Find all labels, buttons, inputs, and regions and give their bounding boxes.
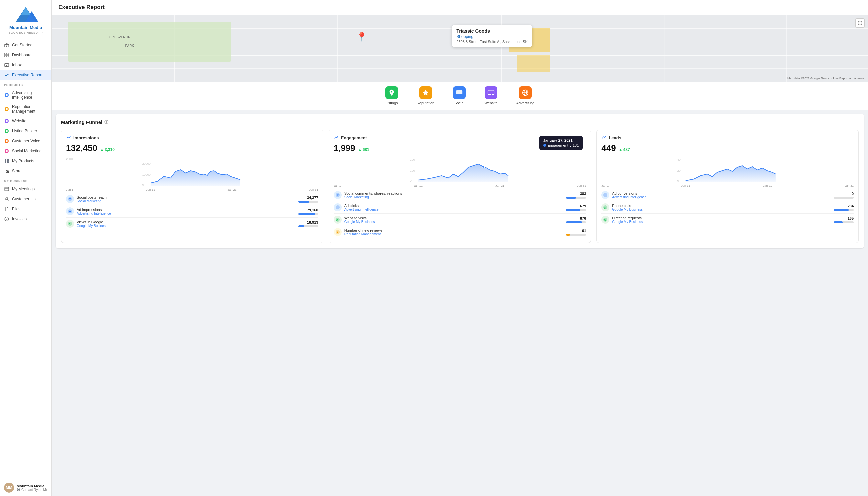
- sidebar-navigation: Get Started Dashboard Inbox Executive Re…: [0, 37, 51, 479]
- icon-nav-website[interactable]: Website: [475, 82, 507, 110]
- metric-source: Google My Business: [612, 208, 831, 211]
- sidebar-label-customer-voice: Customer Voice: [12, 139, 40, 143]
- svg-text:G: G: [336, 219, 338, 221]
- sidebar-label-files: Files: [12, 207, 20, 211]
- metric-source: Social Marketing: [344, 195, 564, 199]
- products-section-label: PRODUCTS: [0, 80, 51, 88]
- svg-text:★: ★: [336, 231, 339, 234]
- social-marketing-icon: [4, 148, 9, 154]
- svg-point-15: [6, 108, 8, 110]
- sidebar-footer[interactable]: MM Mountain Media 💬 Contact Rylan Morris: [0, 479, 51, 496]
- svg-text:40: 40: [677, 158, 681, 161]
- social-comments-icon: [334, 191, 342, 199]
- metric-direction-requests: G Direction requests Google My Business …: [601, 213, 854, 226]
- sidebar-item-executive-report[interactable]: Executive Report: [0, 70, 51, 80]
- metric-bar: [834, 197, 854, 199]
- logo-tagline: YOUR BUSINESS APP: [4, 31, 47, 34]
- icon-nav-listings[interactable]: Listings: [376, 82, 407, 110]
- website-globe-icon: [485, 86, 497, 99]
- footer-company-name: Mountain Media: [17, 484, 47, 488]
- engagement-delta: ▲681: [358, 147, 369, 152]
- svg-point-23: [6, 150, 8, 152]
- icon-nav-social[interactable]: Social: [444, 82, 475, 110]
- impressions-title: Impressions: [73, 135, 99, 140]
- metric-source: Google My Business: [77, 224, 296, 228]
- sidebar-label-invoices: Invoices: [12, 217, 27, 221]
- expand-icon: [858, 21, 862, 25]
- sidebar-item-listing[interactable]: Listing Builder: [0, 126, 51, 136]
- metric-name: Social comments, shares, reactions: [344, 191, 564, 195]
- advertising-globe-icon: [519, 86, 532, 99]
- sidebar-item-inbox[interactable]: Inbox: [0, 60, 51, 70]
- direction-requests-icon: G: [601, 216, 609, 224]
- sidebar-item-get-started[interactable]: Get Started: [0, 40, 51, 50]
- map-business-category: Shopping: [456, 34, 527, 39]
- sidebar-item-my-meetings[interactable]: My Meetings: [0, 184, 51, 194]
- icon-nav-reputation[interactable]: Reputation: [407, 82, 444, 110]
- metric-social-comments: Social comments, shares, reactions Socia…: [334, 189, 586, 201]
- customer-voice-icon: [4, 138, 9, 144]
- sidebar-label-store: Store: [12, 169, 22, 173]
- engagement-value: 1,999 ▲681: [334, 143, 586, 153]
- svg-rect-25: [7, 159, 9, 161]
- website-icon: [4, 118, 9, 124]
- mountain-logo-icon: [12, 5, 39, 24]
- svg-text:100: 100: [410, 169, 415, 172]
- reviews-icon: ★: [334, 228, 342, 236]
- ad-conversions-icon: [601, 191, 609, 199]
- svg-point-79: [603, 193, 607, 197]
- metric-value: 679: [580, 204, 586, 208]
- metric-bar: [299, 201, 318, 203]
- sidebar-label-customer-list: Customer List: [12, 197, 37, 201]
- sidebar-item-store[interactable]: 🛍 Store: [0, 166, 51, 176]
- sidebar-item-website[interactable]: Website: [0, 116, 51, 126]
- reputation-label: Reputation: [417, 101, 434, 105]
- sidebar-label-my-meetings: My Meetings: [12, 187, 35, 191]
- svg-rect-26: [5, 161, 6, 163]
- svg-rect-28: [5, 187, 9, 191]
- svg-text:0: 0: [410, 179, 411, 182]
- leads-header: Leads: [601, 135, 854, 141]
- impressions-chart-svg: 20000 10000 0: [66, 161, 318, 186]
- page-header: Executive Report: [52, 0, 868, 15]
- leads-delta: ▲487: [618, 147, 630, 152]
- svg-rect-38: [337, 15, 338, 82]
- metric-ad-impressions: Ad impressions Advertising Intelligence …: [66, 205, 318, 217]
- sidebar-item-advertising[interactable]: Advertising Intelligence: [0, 88, 51, 102]
- listings-icon: [385, 86, 398, 99]
- icon-nav-advertising[interactable]: Advertising: [507, 82, 544, 110]
- impressions-delta: ▲3,310: [100, 147, 115, 152]
- sidebar-item-files[interactable]: Files: [0, 204, 51, 214]
- map-expand-button[interactable]: [855, 18, 865, 28]
- metric-source: Google My Business: [344, 220, 564, 224]
- leads-chart: 40 20 0 Jan 1 Jan 11 Jan 21 Jan 31: [601, 157, 854, 187]
- metric-value: 0: [852, 192, 854, 196]
- sidebar-item-reputation[interactable]: Reputation Management: [0, 102, 51, 116]
- metric-views-google: G Views in Google Google My Business 18,…: [66, 217, 318, 230]
- sidebar-item-social-marketing[interactable]: Social Marketing: [0, 146, 51, 156]
- leads-column: Leads 449 ▲487 40: [596, 130, 859, 243]
- advertising-label: Advertising: [516, 101, 534, 105]
- funnel-title: Marketing Funnel ⓘ: [61, 119, 859, 125]
- home-icon: [4, 42, 9, 48]
- sidebar-item-customer-list[interactable]: Customer List: [0, 194, 51, 204]
- metric-value: 79,160: [307, 208, 318, 212]
- footer-contact: 💬 Contact Rylan Morris: [17, 488, 47, 492]
- svg-text:G: G: [69, 223, 70, 225]
- sidebar-item-customer-voice[interactable]: Customer Voice: [0, 136, 51, 146]
- svg-rect-9: [5, 55, 6, 57]
- meetings-icon: [4, 186, 9, 192]
- sidebar-item-my-products[interactable]: My Products: [0, 156, 51, 166]
- page-title: Executive Report: [58, 4, 105, 10]
- sidebar-item-invoices[interactable]: $ Invoices: [0, 214, 51, 224]
- my-business-section-label: MY BUSINESS: [0, 176, 51, 184]
- metric-bar: [566, 234, 586, 236]
- help-icon[interactable]: ⓘ: [104, 119, 108, 125]
- svg-text:10000: 10000: [142, 173, 150, 176]
- metric-bar: [834, 209, 854, 211]
- sidebar-item-dashboard[interactable]: Dashboard: [0, 50, 51, 60]
- engagement-chart-labels: Jan 1 Jan 11 Jan 21 Jan 31: [334, 184, 586, 187]
- metric-name: Views in Google: [77, 220, 296, 224]
- impressions-value: 132,450 ▲3,310: [66, 143, 318, 153]
- social-icon: [453, 86, 466, 99]
